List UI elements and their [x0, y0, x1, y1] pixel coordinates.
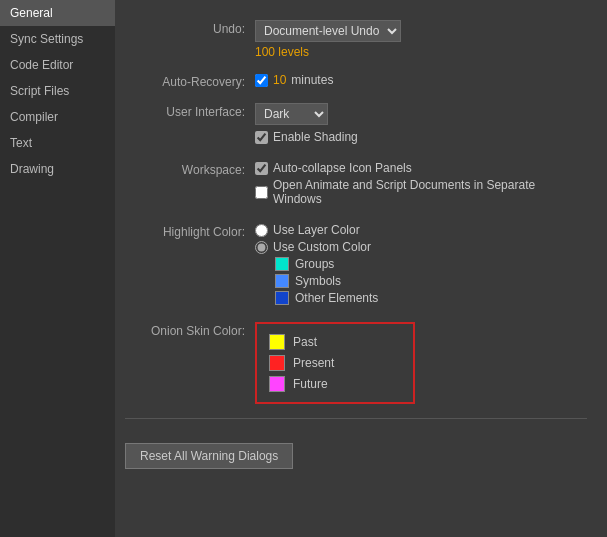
sidebar-item-drawing[interactable]: Drawing [0, 156, 115, 182]
onion-present-label: Present [293, 356, 334, 370]
highlight-color-row: Highlight Color: Use Layer Color Use Cus… [125, 223, 587, 308]
symbols-label: Symbols [295, 274, 341, 288]
layer-color-radio[interactable] [255, 224, 268, 237]
workspace-content: Auto-collapse Icon Panels Open Animate a… [255, 161, 587, 209]
undo-select[interactable]: Document-level Undo Global Undo [255, 20, 401, 42]
undo-label: Undo: [125, 20, 255, 36]
sidebar-item-general[interactable]: General [0, 0, 115, 26]
onion-future-label: Future [293, 377, 328, 391]
sidebar-item-sync-settings[interactable]: Sync Settings [0, 26, 115, 52]
open-animate-label: Open Animate and Script Documents in Sep… [273, 178, 587, 206]
symbols-color-swatch[interactable] [275, 274, 289, 288]
onion-skin-box: Past Present Future [255, 322, 415, 404]
custom-color-radio[interactable] [255, 241, 268, 254]
reset-button[interactable]: Reset All Warning Dialogs [125, 443, 293, 469]
custom-color-label: Use Custom Color [273, 240, 371, 254]
onion-skin-content: Past Present Future [255, 322, 587, 404]
divider [125, 418, 587, 419]
sidebar-item-text[interactable]: Text [0, 130, 115, 156]
workspace-row: Workspace: Auto-collapse Icon Panels Ope… [125, 161, 587, 209]
user-interface-content: Dark Light Medium Enable Shading [255, 103, 587, 147]
enable-shading-label: Enable Shading [273, 130, 358, 144]
sidebar-item-script-files[interactable]: Script Files [0, 78, 115, 104]
highlight-color-content: Use Layer Color Use Custom Color Groups … [255, 223, 587, 308]
open-animate-checkbox[interactable] [255, 186, 268, 199]
sidebar-item-compiler[interactable]: Compiler [0, 104, 115, 130]
workspace-label: Workspace: [125, 161, 255, 177]
onion-future-swatch[interactable] [269, 376, 285, 392]
other-elements-color-row: Other Elements [275, 291, 587, 305]
other-elements-color-swatch[interactable] [275, 291, 289, 305]
undo-content: Document-level Undo Global Undo 100 leve… [255, 20, 587, 59]
sidebar-item-code-editor[interactable]: Code Editor [0, 52, 115, 78]
highlight-color-label: Highlight Color: [125, 223, 255, 239]
user-interface-select[interactable]: Dark Light Medium [255, 103, 328, 125]
auto-recovery-content: 10 minutes [255, 73, 587, 87]
groups-color-row: Groups [275, 257, 587, 271]
sidebar: General Sync Settings Code Editor Script… [0, 0, 115, 537]
user-interface-row: User Interface: Dark Light Medium Enable… [125, 103, 587, 147]
onion-past-row: Past [269, 334, 401, 350]
onion-present-row: Present [269, 355, 401, 371]
symbols-color-row: Symbols [275, 274, 587, 288]
enable-shading-checkbox[interactable] [255, 131, 268, 144]
user-interface-label: User Interface: [125, 103, 255, 119]
main-content: Undo: Document-level Undo Global Undo 10… [115, 0, 607, 537]
groups-label: Groups [295, 257, 334, 271]
onion-past-label: Past [293, 335, 317, 349]
auto-recovery-minutes: 10 [273, 73, 286, 87]
auto-recovery-checkbox[interactable] [255, 74, 268, 87]
layer-color-label: Use Layer Color [273, 223, 360, 237]
other-elements-label: Other Elements [295, 291, 378, 305]
auto-collapse-checkbox[interactable] [255, 162, 268, 175]
auto-recovery-minutes-label: minutes [291, 73, 333, 87]
auto-recovery-label: Auto-Recovery: [125, 73, 255, 89]
onion-present-swatch[interactable] [269, 355, 285, 371]
undo-levels: 100 levels [255, 45, 587, 59]
onion-future-row: Future [269, 376, 401, 392]
onion-past-swatch[interactable] [269, 334, 285, 350]
groups-color-swatch[interactable] [275, 257, 289, 271]
auto-recovery-row: Auto-Recovery: 10 minutes [125, 73, 587, 89]
onion-skin-label: Onion Skin Color: [125, 322, 255, 338]
undo-row: Undo: Document-level Undo Global Undo 10… [125, 20, 587, 59]
auto-collapse-label: Auto-collapse Icon Panels [273, 161, 412, 175]
onion-skin-row: Onion Skin Color: Past Present Future [125, 322, 587, 404]
